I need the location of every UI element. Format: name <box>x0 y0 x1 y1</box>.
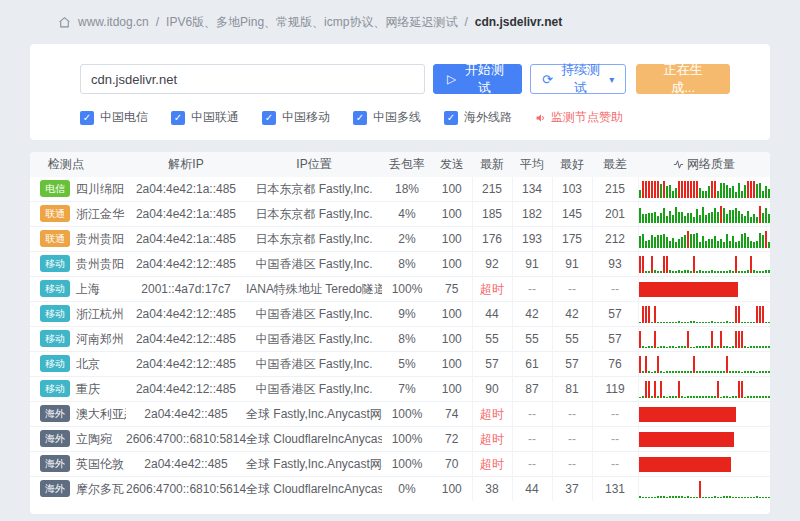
cell-ip-location: 中国香港区 Fastly,Inc. <box>246 327 382 352</box>
cell-latest: 92 <box>472 252 512 277</box>
generating-button[interactable]: 正在生成... <box>636 64 730 94</box>
cell-sent: 100 <box>432 302 472 327</box>
cell-worst: 201 <box>592 202 638 227</box>
cell-sent: 100 <box>432 227 472 252</box>
filter-checkbox-1[interactable]: ✓中国联通 <box>171 109 239 126</box>
col-header-1: 解析IP <box>126 152 246 177</box>
cell-avg: 42 <box>512 302 552 327</box>
cell-probe: 移动浙江杭州 <box>30 302 126 327</box>
cell-probe: 移动河南郑州 <box>30 327 126 352</box>
cell-probe: 联通浙江金华 <box>30 202 126 227</box>
table-row: 海外英国伦敦2a04:4e42::485全球 Fastly,Inc.Anycas… <box>30 452 770 477</box>
cell-network-quality <box>638 402 770 427</box>
carrier-badge: 移动 <box>40 355 70 372</box>
start-test-button[interactable]: ▷ 开始测试 <box>433 64 522 94</box>
cell-ip-location: 中国香港区 Fastly,Inc. <box>246 252 382 277</box>
cell-avg: -- <box>512 452 552 477</box>
cell-network-quality <box>638 177 770 202</box>
cell-resolved-ip: 2a04:4e42:1a::485 <box>126 202 246 227</box>
cell-sent: 70 <box>432 452 472 477</box>
network-quality-sparkline <box>639 430 771 448</box>
cell-probe: 海外摩尔多瓦 <box>30 477 126 502</box>
carrier-badge: 联通 <box>40 230 70 247</box>
carrier-badge: 电信 <box>40 180 70 197</box>
probe-location: 浙江金华 <box>76 207 124 221</box>
refresh-icon: ⟳ <box>542 72 553 87</box>
probe-location: 重庆 <box>76 382 100 396</box>
cell-loss-rate: 100% <box>382 277 432 302</box>
cell-latest: 超时 <box>472 277 512 302</box>
cell-network-quality <box>638 327 770 352</box>
cell-sent: 100 <box>432 377 472 402</box>
table-row: 海外澳大利亚悉尼2a04:4e42::485全球 Fastly,Inc.Anyc… <box>30 402 770 427</box>
carrier-badge: 海外 <box>40 405 70 422</box>
cell-sent: 75 <box>432 277 472 302</box>
carrier-badge: 移动 <box>40 380 70 397</box>
toolbar-row: ▷ 开始测试 ⟳ 持续测试 ▾ 正在生成... <box>80 64 730 94</box>
carrier-badge: 海外 <box>40 455 70 472</box>
probe-location: 立陶宛 <box>76 432 112 446</box>
sponsor-link[interactable]: 监测节点赞助 <box>535 109 623 126</box>
carrier-badge: 移动 <box>40 255 70 272</box>
cell-ip-location: 全球 Fastly,Inc.Anycast网段 <box>246 402 382 427</box>
host-input[interactable] <box>80 64 425 94</box>
cell-worst: 93 <box>592 252 638 277</box>
cell-network-quality <box>638 452 770 477</box>
filter-checkbox-3[interactable]: ✓中国多线 <box>353 109 421 126</box>
network-quality-sparkline <box>639 480 771 498</box>
cell-worst: 76 <box>592 352 638 377</box>
col-header-8: 最差 <box>592 152 638 177</box>
table-row: 电信四川绵阳2a04:4e42:1a::485日本东京都 Fastly,Inc.… <box>30 177 770 202</box>
carrier-badge: 联通 <box>40 205 70 222</box>
filter-label: 海外线路 <box>464 109 512 126</box>
cell-network-quality <box>638 377 770 402</box>
checkbox-checked-icon: ✓ <box>171 111 185 125</box>
checkbox-checked-icon: ✓ <box>444 111 458 125</box>
col-header-3: 丢包率 <box>382 152 432 177</box>
cell-best: 175 <box>552 227 592 252</box>
cell-resolved-ip: 2a04:4e42:12::485 <box>126 302 246 327</box>
probe-location: 上海 <box>76 282 100 296</box>
network-quality-sparkline <box>639 280 771 298</box>
start-test-label: 开始测试 <box>461 61 508 97</box>
cell-best: 81 <box>552 377 592 402</box>
filter-checkbox-0[interactable]: ✓中国电信 <box>80 109 148 126</box>
cell-probe: 联通贵州贵阳 <box>30 227 126 252</box>
cell-ip-location: 中国香港区 Fastly,Inc. <box>246 377 382 402</box>
table-row: 移动河南郑州2a04:4e42:12::485中国香港区 Fastly,Inc.… <box>30 327 770 352</box>
filter-label: 中国移动 <box>282 109 330 126</box>
col-header-9: 网络质量 <box>638 152 770 177</box>
cell-sent: 72 <box>432 427 472 452</box>
filter-checkbox-2[interactable]: ✓中国移动 <box>262 109 330 126</box>
filter-checkbox-4[interactable]: ✓海外线路 <box>444 109 512 126</box>
filter-row: ✓中国电信✓中国联通✓中国移动✓中国多线✓海外线路 监测节点赞助 <box>80 109 730 126</box>
filter-label: 中国联通 <box>191 109 239 126</box>
cell-probe: 移动重庆 <box>30 377 126 402</box>
breadcrumb-path: IPV6版、多地Ping、常规版、icmp协议、网络延迟测试 <box>166 14 457 31</box>
cell-latest: 超时 <box>472 452 512 477</box>
continuous-test-label: 持续测试 <box>558 61 604 97</box>
continuous-test-button[interactable]: ⟳ 持续测试 ▾ <box>530 64 626 94</box>
cell-worst: 212 <box>592 227 638 252</box>
cell-avg: 193 <box>512 227 552 252</box>
cell-best: -- <box>552 427 592 452</box>
cell-resolved-ip: 2001::4a7d:17c7 <box>126 277 246 302</box>
cell-best: 145 <box>552 202 592 227</box>
page: www.itdog.cn / IPV6版、多地Ping、常规版、icmp协议、网… <box>0 0 800 514</box>
cell-avg: 61 <box>512 352 552 377</box>
cell-ip-location: 日本东京都 Fastly,Inc. <box>246 202 382 227</box>
carrier-badge: 海外 <box>40 480 70 497</box>
col-header-4: 发送 <box>432 152 472 177</box>
cell-loss-rate: 100% <box>382 402 432 427</box>
cell-latest: 55 <box>472 327 512 352</box>
cell-best: -- <box>552 452 592 477</box>
cell-resolved-ip: 2a04:4e42:12::485 <box>126 352 246 377</box>
breadcrumb-home-link[interactable]: www.itdog.cn <box>78 15 149 29</box>
probe-location: 贵州贵阳 <box>76 232 124 246</box>
table-row: 移动贵州贵阳2a04:4e42:12::485中国香港区 Fastly,Inc.… <box>30 252 770 277</box>
cell-resolved-ip: 2606:4700::6810:5614 <box>126 477 246 502</box>
cell-latest: 57 <box>472 352 512 377</box>
col-header-7: 最好 <box>552 152 592 177</box>
cell-latest: 185 <box>472 202 512 227</box>
cell-sent: 100 <box>432 352 472 377</box>
